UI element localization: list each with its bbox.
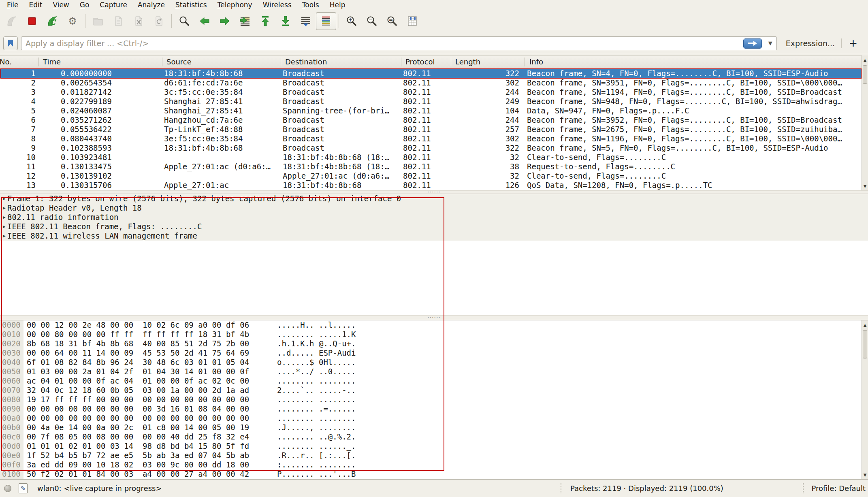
menu-wireless[interactable]: Wireless — [258, 0, 297, 10]
scrollbar-thumb[interactable] — [863, 330, 867, 358]
colorize-packets-button[interactable] — [316, 12, 336, 30]
expander-icon[interactable]: ▶ — [0, 222, 7, 231]
hex-row-00c0[interactable]: 00c000 7f 08 05 00 08 00 00 00 00 40 dd … — [0, 432, 868, 442]
column-header-time[interactable]: Time — [41, 55, 61, 68]
hex-row-0020[interactable]: 00208b 68 18 31 bf 4b 8b 68 40 00 85 51 … — [0, 339, 868, 348]
hex-row-0100[interactable]: 010050 f2 02 01 01 84 00 03 a4 00 00 27 … — [0, 469, 868, 479]
filter-bookmark-button[interactable] — [3, 36, 18, 50]
hex-row-00a0[interactable]: 00a000 00 00 00 00 00 00 00 00 00 00 00 … — [0, 414, 868, 423]
add-filter-button[interactable]: + — [842, 37, 864, 49]
restart-capture-button[interactable] — [42, 12, 62, 30]
packet-row-6[interactable]: 60.035271262Hangzhou_cd:7a:6eBroadcast80… — [0, 115, 862, 125]
detail-tree-row[interactable]: ▶802.11 radio information — [0, 213, 868, 222]
hex-row-0040[interactable]: 00406f 01 08 82 84 8b 96 24 30 48 6c 03 … — [0, 358, 868, 367]
detail-tree-row[interactable]: ▶IEEE 802.11 Beacon frame, Flags: ......… — [0, 222, 868, 231]
packet-row-12[interactable]: 120.130139102Apple_27:01:ac (d0:a6:…802.… — [0, 171, 862, 181]
menu-telephony[interactable]: Telephony — [212, 0, 258, 10]
stop-capture-button[interactable] — [22, 12, 42, 30]
hex-row-0070[interactable]: 007032 04 0c 12 18 60 0b 05 03 00 1a 00 … — [0, 386, 868, 395]
packet-row-8[interactable]: 80.0804437403e:f5:cc:0e:35:84Broadcast80… — [0, 134, 862, 143]
resize-columns-button[interactable] — [402, 12, 422, 30]
detail-tree-row[interactable]: ▶Radiotap Header v0, Length 18 — [0, 203, 868, 213]
packet-row-2[interactable]: 20.002654354d6:61:fe:cd:7a:6eBroadcast80… — [0, 78, 862, 87]
packet-row-5[interactable]: 50.024060087Shanghai_27:85:41Spanning-tr… — [0, 106, 862, 115]
packet-row-9[interactable]: 90.10238859318:31:bf:4b:8b:68Broadcast80… — [0, 143, 862, 153]
profile-button[interactable]: Profile: Default — [811, 480, 866, 497]
expander-icon[interactable]: ▶ — [0, 213, 7, 222]
menu-statistics[interactable]: Statistics — [170, 0, 212, 10]
expander-icon[interactable]: ▶ — [0, 194, 7, 203]
column-header-protocol[interactable]: Protocol — [403, 55, 435, 68]
hex-row-00e0[interactable]: 00e01f 52 b4 b5 b7 72 ae e5 5b ab 3a ed … — [0, 451, 868, 460]
packet-list-scrollbar[interactable]: ▲ ▼ — [862, 55, 868, 190]
hex-row-00b0[interactable]: 00b000 4a 0e 14 00 0a 00 2c 01 c8 00 14 … — [0, 423, 868, 432]
packet-row-3[interactable]: 30.0118271423c:f5:cc:0e:35:84Broadcast80… — [0, 87, 862, 97]
filter-dropdown-caret[interactable]: ▼ — [768, 40, 772, 46]
menu-capture[interactable]: Capture — [94, 0, 132, 10]
capture-options-button[interactable]: ⚙ — [62, 12, 83, 30]
zoom-original-button[interactable]: = — [382, 12, 402, 30]
column-header-destination[interactable]: Destination — [283, 55, 327, 68]
start-capture-button[interactable] — [2, 12, 22, 30]
column-separator[interactable] — [525, 58, 525, 66]
go-forward-button[interactable] — [215, 12, 235, 30]
save-file-button[interactable] — [108, 12, 128, 30]
menu-help[interactable]: Help — [324, 0, 351, 10]
hex-row-0080[interactable]: 008019 17 ff ff ff 00 00 00 00 00 00 00 … — [0, 395, 868, 404]
close-file-button[interactable] — [128, 12, 149, 30]
pane-splitter-top[interactable]: ······ — [0, 190, 868, 194]
column-separator[interactable] — [401, 58, 401, 66]
column-separator[interactable] — [451, 58, 451, 66]
go-last-packet-button[interactable] — [275, 12, 296, 30]
packet-bytes-scrollbar[interactable]: ▲ ▼ — [862, 320, 868, 479]
hex-row-0060[interactable]: 0060ac 04 01 00 00 0f ac 04 01 00 00 0f … — [0, 376, 868, 386]
auto-scroll-button[interactable] — [296, 12, 316, 30]
packet-row-4[interactable]: 40.022799189Shanghai_27:85:41Broadcast80… — [0, 97, 862, 106]
scroll-down-icon[interactable]: ▼ — [862, 181, 868, 190]
reload-file-button[interactable] — [149, 12, 169, 30]
hex-row-0090[interactable]: 009000 00 00 00 00 00 00 00 00 3d 16 01 … — [0, 404, 868, 414]
column-header-length[interactable]: Length — [453, 55, 480, 68]
hex-row-0010[interactable]: 001000 00 80 00 00 00 ff ff ff ff ff ff … — [0, 330, 868, 339]
menu-go[interactable]: Go — [75, 0, 95, 10]
packet-row-10[interactable]: 100.10392348118:31:bf:4b:8b:68 (18:…802.… — [0, 153, 862, 162]
packet-row-1[interactable]: 10.00000000018:31:bf:4b:8b:68Broadcast80… — [0, 69, 862, 78]
display-filter-input[interactable]: Apply a display filter ... <Ctrl-/> ▼ — [21, 36, 777, 50]
go-first-packet-button[interactable] — [255, 12, 275, 30]
hex-row-00f0[interactable]: 00f03a ed dd 09 00 10 18 02 03 00 9c 00 … — [0, 460, 868, 469]
scrollbar-thumb[interactable] — [863, 65, 867, 84]
expression-button[interactable]: Expression... — [777, 39, 841, 48]
go-to-packet-button[interactable] — [235, 12, 255, 30]
hex-row-0000[interactable]: 000000 00 12 00 2e 48 00 00 10 02 6c 09 … — [0, 320, 868, 330]
expert-info-icon[interactable]: ✎ — [19, 483, 28, 493]
go-back-button[interactable] — [194, 12, 215, 30]
hex-row-00d0[interactable]: 00d001 01 01 02 01 00 03 14 98 d8 bd b4 … — [0, 442, 868, 451]
packet-row-7[interactable]: 70.055536422Tp-LinkT_ef:48:88Broadcast80… — [0, 125, 862, 134]
zoom-in-button[interactable]: + — [341, 12, 362, 30]
hex-row-0050[interactable]: 005001 03 00 00 2a 01 04 2f 01 04 30 14 … — [0, 367, 868, 376]
pane-splitter-bottom[interactable]: ······ — [0, 315, 868, 320]
scroll-up-icon[interactable]: ▲ — [862, 320, 868, 329]
hex-row-0030[interactable]: 003000 00 64 00 11 14 00 09 45 53 50 2d … — [0, 348, 868, 358]
column-separator[interactable] — [38, 58, 39, 66]
detail-tree-row[interactable]: ▶IEEE 802.11 wireless LAN management fra… — [0, 231, 868, 241]
column-header-info[interactable]: Info — [527, 55, 543, 68]
scroll-down-icon[interactable]: ▼ — [862, 470, 868, 479]
column-header-no[interactable]: No. — [0, 55, 12, 68]
expander-icon[interactable]: ▶ — [0, 203, 7, 213]
menu-analyze[interactable]: Analyze — [132, 0, 170, 10]
open-file-button[interactable] — [88, 12, 108, 30]
expander-icon[interactable]: ▶ — [0, 231, 7, 241]
column-separator[interactable] — [162, 58, 162, 66]
menu-view[interactable]: View — [47, 0, 74, 10]
scroll-up-icon[interactable]: ▲ — [862, 55, 868, 64]
zoom-out-button[interactable]: − — [362, 12, 382, 30]
apply-filter-button[interactable] — [743, 38, 762, 49]
menu-edit[interactable]: Edit — [23, 0, 47, 10]
menu-tools[interactable]: Tools — [297, 0, 324, 10]
menu-file[interactable]: File — [2, 0, 23, 10]
column-header-source[interactable]: Source — [164, 55, 192, 68]
column-separator[interactable] — [281, 58, 281, 66]
packet-row-11[interactable]: 110.130133475Apple_27:01:ac (d0:a6:…18:3… — [0, 162, 862, 171]
detail-tree-row[interactable]: ▶Frame 1: 322 bytes on wire (2576 bits),… — [0, 194, 868, 203]
